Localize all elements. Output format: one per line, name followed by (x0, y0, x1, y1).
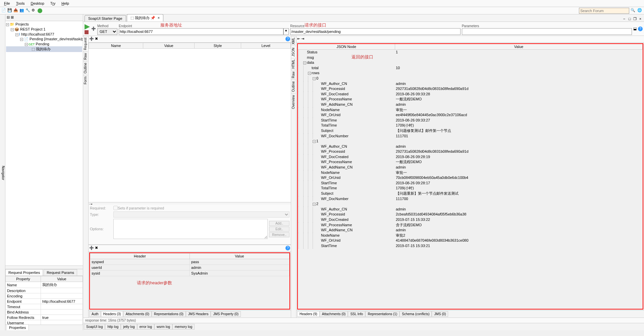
vtab-xml[interactable]: XML (291, 36, 296, 46)
property-row[interactable]: Encoding (6, 293, 83, 299)
vtab-raw[interactable]: Raw (83, 51, 88, 61)
help-icon[interactable]: ? (285, 37, 290, 41)
headers-table[interactable]: HeaderValue syspwdpassuserIdadminsysidSy… (90, 253, 289, 276)
new-icon[interactable]: 📄 (1, 8, 7, 13)
import-icon[interactable]: 📥 (13, 8, 19, 13)
bottom-tab[interactable]: Schema (conflicts) (399, 311, 432, 317)
split-icon[interactable]: ⬓ (633, 27, 637, 31)
json-node[interactable]: -data (298, 60, 643, 65)
close-window-icon[interactable]: × (638, 17, 643, 21)
tab-request[interactable]: ⬚ 我的待办 📌 × (127, 14, 164, 21)
json-node[interactable]: TotalTime1709(小时) (298, 123, 643, 128)
json-node[interactable]: TotalTime1709(小时) (298, 186, 643, 191)
pin-icon[interactable]: 📌 (151, 16, 155, 20)
outdent-icon[interactable]: ⇥ (301, 37, 304, 41)
add-param-icon[interactable]: ➕ (89, 37, 94, 41)
add-option-button[interactable]: Add.. (269, 221, 289, 226)
vtab-request[interactable]: Request (83, 36, 88, 51)
bottom-tab[interactable]: Representations (1) (365, 311, 399, 317)
parameters-input[interactable] (462, 28, 632, 35)
json-node[interactable]: WF_OrUnid70cb084f0098004eb50a45a0db0e6dc… (298, 175, 643, 181)
json-node[interactable]: WF_Processid292731a50828d04d8c0831b08fed… (298, 149, 643, 154)
proxy-icon[interactable] (38, 8, 42, 13)
stop-button[interactable] (85, 30, 89, 34)
json-node[interactable]: WF_AddName_CNadmin (298, 102, 643, 107)
endpoint-input[interactable] (119, 28, 283, 35)
tab-request-properties[interactable]: Request Properties (5, 269, 43, 276)
add-header-icon[interactable]: ➕ (89, 246, 94, 250)
project-tree[interactable]: −📁 Projects −📦 REST Project 1 −I http://… (5, 21, 83, 266)
json-node[interactable]: WF_DocCreated2019-07-15 15:33:22 (298, 217, 643, 223)
method-select[interactable]: GET (97, 28, 117, 35)
json-node[interactable]: WF_Processid2cbeafd5031dd04934084af05f5e… (298, 212, 643, 217)
search-forum-input[interactable] (579, 8, 629, 14)
vtab-form[interactable]: Form (83, 75, 88, 86)
json-node[interactable]: Subject【问题重新】第一个节点邮件发送测试 (298, 191, 643, 196)
json-node[interactable]: WF_DocCreated2019-08-26 09:28:19 (298, 154, 643, 160)
json-node[interactable]: -2 (298, 201, 643, 207)
menu-tools[interactable]: Tools (13, 1, 28, 6)
add-to-testcase-icon[interactable]: ➕ (91, 27, 96, 31)
tab-starter-page[interactable]: SoapUI Starter Page (85, 15, 126, 21)
json-node[interactable]: WF_Processid292731a50828d04d8c0831b08fed… (298, 86, 643, 92)
json-node[interactable]: WF_AddName_CNadmin (298, 165, 643, 170)
log-tab[interactable]: http log (105, 324, 121, 330)
vtab-json[interactable]: JSON (291, 46, 296, 58)
menu-desktop[interactable]: Desktop (28, 1, 47, 6)
bottom-tab[interactable]: JMS Property (0) (211, 311, 241, 317)
properties-button[interactable]: Properties (6, 324, 29, 330)
json-node[interactable]: WF_DocCreated2019-08-26 09:33:28 (298, 92, 643, 97)
bottom-tab[interactable]: Representations (0) (152, 311, 186, 317)
header-row[interactable]: syspwdpass (90, 259, 289, 265)
header-row[interactable]: sysidSysAdmin (90, 271, 289, 276)
json-node[interactable]: StartTime2019-08-26 09:33:27 (298, 118, 643, 123)
help-icon[interactable]: ? (638, 27, 643, 31)
tree-projects[interactable]: Projects (15, 22, 29, 26)
online-icon[interactable]: 🌐 (637, 8, 643, 13)
json-node[interactable]: -1 (298, 139, 643, 144)
restore-icon[interactable]: ❐ (633, 17, 637, 21)
options-textarea[interactable] (113, 219, 268, 239)
json-node[interactable]: NodeName审批一 (298, 107, 643, 113)
tree-request[interactable]: 我的待办 (36, 47, 51, 51)
tree-method[interactable]: Pending (36, 42, 49, 46)
prefs-icon[interactable]: ⚙ (32, 8, 37, 13)
json-response-tree[interactable]: 返回的接口 JSON Node Value Status1msg-datatot… (297, 43, 643, 309)
save-icon[interactable]: 💾 (7, 8, 13, 13)
search-icon[interactable]: 🔍 (631, 8, 636, 13)
json-node[interactable]: msg (298, 55, 643, 60)
tree-resource[interactable]: Pending [/master_dev/rest/task/pen (30, 37, 83, 41)
json-node[interactable]: StartTime2019-07-15 15:33:21 (298, 243, 643, 249)
bottom-tab[interactable]: JMS Headers (186, 311, 211, 317)
json-node[interactable]: WF_ProcessName一般流程DEMO (298, 159, 643, 165)
property-row[interactable]: Follow Redirectstrue (6, 315, 83, 320)
json-node[interactable]: WF_ProcessName一般流程DEMO (298, 97, 643, 102)
json-node[interactable]: WF_Author_CNadmin (298, 144, 643, 149)
property-row[interactable]: Description (6, 288, 83, 293)
minimize-icon[interactable]: − (622, 17, 627, 21)
navigator-label[interactable]: Navigator (0, 14, 5, 330)
menu-help[interactable]: Help (59, 1, 72, 6)
json-node[interactable]: WF_AddName_CNadmin (298, 228, 643, 233)
json-node[interactable]: WF_Author_CNadmin (298, 81, 643, 87)
json-node[interactable]: Status1 (298, 50, 643, 55)
json-node[interactable]: WF_OrUnid4148847d0e687046fe083d8034b3631… (298, 238, 643, 243)
log-tab[interactable]: SoapUI log (84, 324, 105, 330)
remove-param-icon[interactable]: ✖ (95, 37, 98, 41)
json-node[interactable]: StartTime2019-08-26 09:28:17 (298, 181, 643, 186)
wrench-icon[interactable]: 🔧 (25, 8, 31, 13)
bottom-tab[interactable]: Attachments (0) (123, 311, 152, 317)
log-tab[interactable]: jetty log (121, 324, 137, 330)
menu-file[interactable]: File (1, 1, 13, 6)
remove-header-icon[interactable]: ✖ (95, 246, 98, 250)
vtab-html[interactable]: HTML (291, 58, 296, 70)
indent-icon[interactable]: ⇤ (297, 37, 300, 41)
json-node[interactable]: WF_ProcessName含子流程DEMO (298, 223, 643, 228)
tab-request-params[interactable]: Request Params (44, 269, 77, 276)
bottom-tab[interactable]: Headers (9) (297, 311, 320, 317)
vtab-raw-resp[interactable]: Raw (291, 70, 296, 80)
property-row[interactable]: Timeout (6, 304, 83, 309)
remove-option-button[interactable]: Remove.. (269, 232, 289, 237)
vtab-outline-resp[interactable]: Outline (291, 80, 296, 93)
json-node[interactable]: WF_Author_CNadmin (298, 207, 643, 212)
